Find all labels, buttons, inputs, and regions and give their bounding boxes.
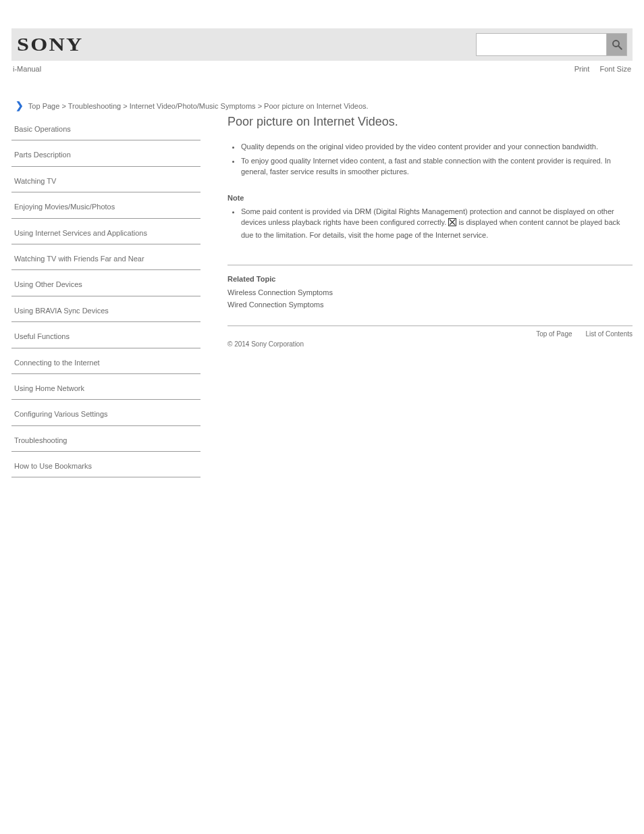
sidebar-item[interactable]: Parts Description — [11, 140, 200, 166]
sidebar-item[interactable]: Basic Operations — [11, 115, 200, 140]
under-topbar: i-Manual Print Font Size — [11, 61, 633, 77]
footer-links: Top of Page List of Contents — [227, 330, 633, 338]
sidebar-item[interactable]: Using Internet Services and Applications — [11, 219, 200, 244]
related-link[interactable]: Wired Connection Symptoms — [227, 299, 633, 311]
sidebar: Basic Operations Parts Description Watch… — [11, 115, 200, 477]
sidebar-item[interactable]: Using Home Network — [11, 374, 200, 400]
top-of-page-link[interactable]: Top of Page — [536, 330, 572, 338]
topbar: SONY — [11, 28, 633, 61]
search-button[interactable] — [606, 34, 626, 55]
page-title: Poor picture on Internet Videos. — [227, 115, 633, 129]
breadcrumb: ❯ Top Page > Troubleshooting > Internet … — [16, 100, 633, 111]
search-input[interactable] — [477, 34, 606, 55]
sidebar-item[interactable]: Enjoying Movies/Music/Photos — [11, 192, 200, 218]
sidebar-item[interactable]: Connecting to the Internet — [11, 348, 200, 374]
svg-line-1 — [618, 46, 622, 49]
bullet-list: Quality depends on the original video pr… — [227, 141, 633, 178]
sidebar-item[interactable]: Watching TV — [11, 167, 200, 192]
list-of-contents-link[interactable]: List of Contents — [586, 330, 633, 338]
sidebar-item[interactable]: Using Other Devices — [11, 270, 200, 296]
related-heading: Related Topic — [227, 275, 633, 283]
brand-logo: SONY — [17, 34, 84, 55]
divider — [227, 325, 633, 326]
chevron-right-icon: ❯ — [16, 100, 24, 111]
search-box — [476, 33, 627, 56]
related-link[interactable]: Wireless Connection Symptoms — [227, 287, 633, 299]
sidebar-item[interactable]: How to Use Bookmarks — [11, 452, 200, 477]
list-item: To enjoy good quality Internet video con… — [241, 155, 633, 178]
sidebar-item[interactable]: Configuring Various Settings — [11, 400, 200, 425]
manual-title: i-Manual — [13, 65, 41, 73]
sidebar-item[interactable]: Watching TV with Friends Far and Near — [11, 244, 200, 270]
divider — [227, 265, 633, 265]
content: Poor picture on Internet Videos. Quality… — [227, 115, 633, 348]
note-heading: Note — [227, 194, 633, 202]
copyright: © 2014 Sony Corporation — [227, 340, 633, 348]
font-size-link[interactable]: Font Size — [600, 65, 631, 73]
sidebar-item[interactable]: Useful Functions — [11, 322, 200, 348]
note-list: Some paid content is provided via DRM (D… — [227, 206, 633, 241]
sidebar-item[interactable]: Using BRAVIA Sync Devices — [11, 296, 200, 322]
related-links: Wireless Connection Symptoms Wired Conne… — [227, 287, 633, 311]
print-link[interactable]: Print — [574, 65, 590, 73]
x-box-icon — [448, 218, 456, 230]
search-icon — [611, 38, 623, 51]
list-item: Quality depends on the original video pr… — [241, 141, 633, 153]
list-item: Some paid content is provided via DRM (D… — [241, 206, 633, 241]
breadcrumb-text: Top Page > Troubleshooting > Internet Vi… — [28, 102, 369, 110]
sidebar-item[interactable]: Troubleshooting — [11, 426, 200, 452]
